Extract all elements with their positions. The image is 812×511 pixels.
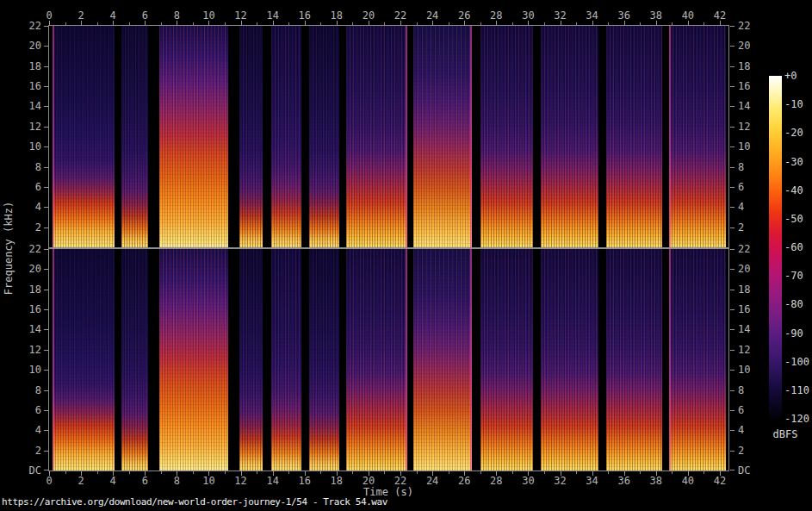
time-minor-tick — [193, 22, 194, 25]
time-tick-label: 40 — [676, 475, 700, 487]
spectrogram-segment — [346, 249, 407, 470]
time-tick-label: 20 — [356, 475, 381, 487]
freq-tick-label: 8 — [12, 161, 41, 173]
freq-tick — [44, 269, 48, 270]
silence-gap — [148, 249, 159, 470]
time-tick — [496, 21, 497, 25]
silence-gap — [473, 26, 480, 247]
freq-tick-label: 14 — [738, 100, 767, 112]
colorbar-tick-label: -120 — [784, 413, 809, 425]
silence-gap — [407, 249, 413, 470]
time-tick-label: 2 — [69, 475, 93, 487]
time-minor-tick — [544, 471, 545, 474]
spectrogram-segment — [159, 26, 228, 247]
time-tick — [432, 471, 433, 476]
freq-tick — [44, 46, 48, 47]
time-minor-tick — [97, 22, 98, 25]
time-tick-label: 34 — [580, 9, 604, 22]
time-tick — [145, 21, 146, 25]
freq-tick — [730, 227, 735, 228]
time-tick-label: 18 — [325, 9, 349, 22]
silence-gap — [228, 249, 239, 470]
freq-tick-label: 4 — [738, 201, 767, 213]
time-tick-label: 32 — [549, 9, 573, 22]
freq-tick — [44, 390, 48, 391]
freq-tick-label: 12 — [12, 344, 41, 356]
freq-tick-label: 10 — [738, 140, 767, 153]
colorbar-tick-label: +0 — [784, 70, 797, 82]
time-tick — [720, 21, 721, 25]
time-tick — [592, 21, 593, 25]
freq-tick-label: 2 — [12, 221, 41, 234]
time-minor-tick — [288, 471, 289, 474]
silence-gap — [340, 26, 346, 247]
freq-tick — [730, 167, 735, 168]
freq-tick-label: 18 — [12, 284, 41, 296]
time-tick-label: 18 — [325, 475, 349, 487]
time-tick-label: 20 — [356, 9, 381, 22]
freq-tick — [730, 127, 735, 128]
time-minor-tick — [608, 471, 609, 474]
freq-tick-label: 18 — [12, 60, 41, 72]
freq-tick — [730, 207, 735, 208]
time-minor-tick — [449, 22, 449, 25]
time-minor-tick — [576, 471, 577, 474]
time-tick — [464, 471, 465, 476]
freq-tick-label: 14 — [738, 323, 767, 335]
time-minor-tick — [320, 471, 321, 474]
spectrogram-segment — [606, 26, 662, 247]
freq-tick — [44, 26, 48, 27]
time-minor-tick — [257, 22, 257, 25]
source-file-footer: https://archive.org/download/new-world-o… — [2, 496, 387, 508]
time-tick-label: 4 — [101, 475, 125, 487]
freq-tick-label: 20 — [12, 40, 41, 52]
silence-gap — [115, 249, 121, 470]
colorbar-tick-label: -50 — [784, 213, 803, 225]
spectrogram-window: Frequency (kHz) Time (s) dBFS https://ar… — [0, 0, 812, 511]
freq-tick — [730, 86, 735, 87]
silence-gap — [148, 26, 159, 247]
freq-tick — [730, 470, 735, 470]
time-tick-label: 24 — [420, 475, 444, 487]
time-tick-label: 26 — [452, 9, 476, 22]
freq-tick — [730, 146, 735, 147]
spectrogram-panel-channel-1 — [49, 26, 728, 247]
freq-tick — [730, 370, 735, 371]
freq-tick-label: 20 — [738, 263, 767, 275]
freq-tick — [44, 66, 48, 67]
time-tick — [400, 471, 401, 476]
spectrogram-segment — [271, 26, 301, 247]
freq-tick-label: DC — [738, 464, 767, 477]
time-minor-tick — [512, 22, 513, 25]
freq-tick — [44, 290, 48, 290]
freq-tick-label: 6 — [738, 404, 767, 416]
time-tick-label: 32 — [549, 475, 573, 487]
time-tick — [432, 21, 433, 25]
freq-tick — [730, 187, 735, 188]
time-tick — [464, 21, 465, 25]
freq-tick-label: 20 — [12, 263, 41, 275]
colorbar-tick-label: -30 — [784, 156, 803, 168]
spectrogram-segment — [346, 26, 407, 247]
spectrogram-segment — [239, 26, 263, 247]
freq-tick-label: 22 — [738, 20, 767, 32]
freq-tick-label: 22 — [738, 243, 767, 255]
freq-tick-label: 6 — [12, 404, 41, 416]
time-minor-tick — [384, 471, 385, 474]
freq-tick-label: 10 — [12, 140, 41, 153]
time-minor-tick — [193, 471, 194, 474]
time-minor-tick — [512, 471, 513, 474]
silence-gap — [598, 26, 606, 247]
freq-tick — [730, 249, 735, 250]
time-minor-tick — [417, 471, 418, 474]
time-tick-label: 42 — [708, 9, 732, 22]
freq-tick — [730, 290, 735, 290]
time-tick — [656, 21, 657, 25]
colorbar-tick-label: -60 — [784, 241, 803, 253]
time-tick-label: 16 — [293, 9, 317, 22]
time-tick — [592, 471, 593, 476]
time-tick — [337, 21, 338, 25]
freq-tick-label: 16 — [12, 303, 41, 315]
time-minor-tick — [129, 471, 130, 474]
spectrogram-segment — [53, 26, 115, 247]
